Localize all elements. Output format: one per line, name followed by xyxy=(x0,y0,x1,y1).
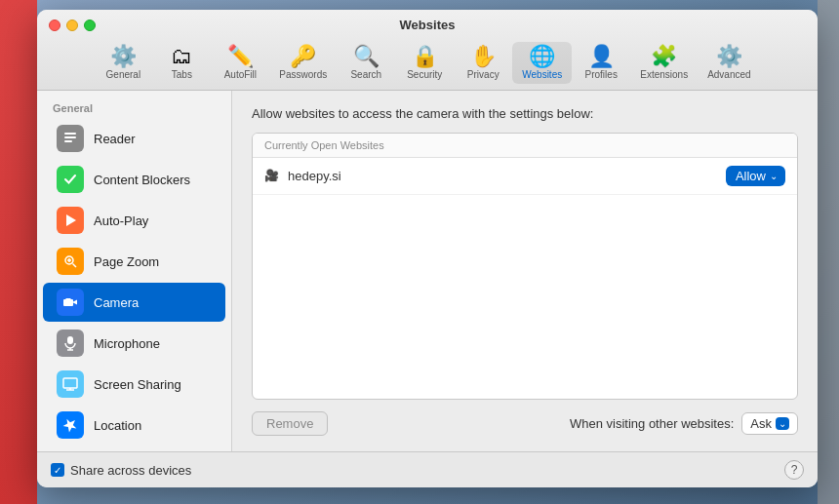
website-info: 🎥 hedepy.si xyxy=(264,169,341,184)
sidebar-item-content-blockers[interactable]: Content Blockers xyxy=(43,160,225,199)
sidebar-item-label-location: Location xyxy=(94,418,141,433)
toolbar-label-tabs: Tabs xyxy=(172,69,192,80)
search-icon: 🔍 xyxy=(353,46,380,67)
visiting-dropdown[interactable]: Ask ⌄ xyxy=(741,412,798,435)
toolbar-label-search: Search xyxy=(350,69,381,80)
sidebar-item-camera[interactable]: Camera xyxy=(43,283,225,322)
svg-rect-8 xyxy=(67,336,73,344)
toolbar-item-search[interactable]: 🔍 Search xyxy=(337,42,395,84)
content-description: Allow websites to access the camera with… xyxy=(252,106,798,121)
websites-icon: 🌐 xyxy=(529,46,555,67)
toolbar-item-websites[interactable]: 🌐 Websites xyxy=(512,42,572,84)
sidebar-item-microphone[interactable]: Microphone xyxy=(43,324,225,363)
svg-rect-11 xyxy=(63,378,77,388)
svg-rect-0 xyxy=(64,133,76,135)
svg-rect-1 xyxy=(64,136,76,138)
sidebar: General Reader Content Blockers Auto-Pla… xyxy=(37,91,232,451)
allow-dropdown[interactable]: Allow ⌄ xyxy=(726,166,785,186)
sidebar-item-auto-play[interactable]: Auto-Play xyxy=(43,201,225,240)
toolbar-item-general[interactable]: ⚙️ General xyxy=(94,42,152,84)
toolbar-item-privacy[interactable]: ✋ Privacy xyxy=(454,42,512,84)
visiting-dropdown-arrow: ⌄ xyxy=(776,417,789,430)
toolbar-label-extensions: Extensions xyxy=(640,69,688,80)
general-icon: ⚙️ xyxy=(110,46,137,67)
sidebar-item-screen-sharing[interactable]: Screen Sharing xyxy=(43,365,225,404)
extensions-icon: 🧩 xyxy=(651,46,677,67)
sidebar-item-label-content-blockers: Content Blockers xyxy=(94,173,190,187)
screen-sharing-icon xyxy=(57,370,84,398)
toolbar-item-tabs[interactable]: 🗂 Tabs xyxy=(152,42,211,84)
sidebar-item-label-reader: Reader xyxy=(94,132,136,146)
table-row: 🎥 hedepy.si Allow ⌄ xyxy=(253,158,797,195)
allow-label: Allow xyxy=(736,169,766,183)
privacy-icon: ✋ xyxy=(470,46,497,67)
close-button[interactable] xyxy=(49,19,60,31)
sidebar-section-header: General xyxy=(37,98,231,118)
sidebar-item-reader[interactable]: Reader xyxy=(43,119,225,158)
page-zoom-icon xyxy=(57,248,84,275)
sidebar-item-label-camera: Camera xyxy=(94,295,139,310)
websites-box: Currently Open Websites 🎥 hedepy.si Allo… xyxy=(252,133,798,400)
security-icon: 🔒 xyxy=(412,46,438,67)
main-content: General Reader Content Blockers Auto-Pla… xyxy=(37,91,818,451)
toolbar-label-general: General xyxy=(106,69,141,80)
toolbar-label-autofill: AutoFill xyxy=(224,69,257,80)
auto-play-icon xyxy=(57,207,84,234)
window-title: Websites xyxy=(400,18,456,32)
visiting-option: Ask xyxy=(750,416,772,431)
advanced-icon: ⚙️ xyxy=(716,46,742,67)
passwords-icon: 🔑 xyxy=(290,46,316,67)
toolbar-label-privacy: Privacy xyxy=(467,69,499,80)
toolbar-item-passwords[interactable]: 🔑 Passwords xyxy=(269,42,337,84)
help-button[interactable]: ? xyxy=(784,460,804,480)
toolbar-label-profiles: Profiles xyxy=(585,69,618,80)
toolbar-label-passwords: Passwords xyxy=(279,69,327,80)
share-label: Share across devices xyxy=(70,463,191,478)
toolbar-item-advanced[interactable]: ⚙️ Advanced xyxy=(698,42,760,84)
content-panel: Allow websites to access the camera with… xyxy=(232,91,818,451)
chevron-down-icon: ⌄ xyxy=(770,171,778,181)
toolbar-item-autofill[interactable]: ✏️ AutoFill xyxy=(211,42,269,84)
title-bar: Websites ⚙️ General 🗂 Tabs ✏️ AutoFill 🔑… xyxy=(37,10,818,91)
toolbar-item-extensions[interactable]: 🧩 Extensions xyxy=(630,42,698,84)
website-favicon-icon: 🎥 xyxy=(264,169,280,184)
remove-button[interactable]: Remove xyxy=(252,411,328,436)
toolbar-label-advanced: Advanced xyxy=(707,69,750,80)
preferences-window: Websites ⚙️ General 🗂 Tabs ✏️ AutoFill 🔑… xyxy=(37,10,818,487)
minimize-button[interactable] xyxy=(66,19,78,31)
visiting-control: When visiting other websites: Ask ⌄ xyxy=(570,412,798,435)
maximize-button[interactable] xyxy=(84,19,96,31)
traffic-lights xyxy=(49,19,96,31)
svg-marker-3 xyxy=(66,214,76,226)
sidebar-item-label-microphone: Microphone xyxy=(94,336,160,351)
visiting-label: When visiting other websites: xyxy=(570,416,734,431)
content-blockers-icon xyxy=(57,166,84,193)
toolbar-label-security: Security xyxy=(407,69,442,80)
websites-box-header: Currently Open Websites xyxy=(253,134,797,158)
website-url: hedepy.si xyxy=(288,169,341,183)
sidebar-item-label-screen-sharing: Screen Sharing xyxy=(94,377,181,392)
autofill-icon: ✏️ xyxy=(227,46,254,67)
profiles-icon: 👤 xyxy=(588,46,615,67)
location-icon xyxy=(57,411,84,439)
microphone-icon xyxy=(57,330,84,357)
bottom-controls: Remove When visiting other websites: Ask… xyxy=(252,411,798,436)
svg-line-5 xyxy=(73,264,77,268)
tabs-icon: 🗂 xyxy=(171,46,192,67)
footer: ✓ Share across devices ? xyxy=(37,451,818,487)
sidebar-item-label-auto-play: Auto-Play xyxy=(94,213,148,228)
toolbar-label-websites: Websites xyxy=(522,69,562,80)
toolbar-item-security[interactable]: 🔒 Security xyxy=(395,42,454,84)
svg-rect-2 xyxy=(64,140,72,142)
sidebar-item-location[interactable]: Location xyxy=(43,406,225,445)
toolbar-item-profiles[interactable]: 👤 Profiles xyxy=(572,42,630,84)
share-checkbox-row: ✓ Share across devices xyxy=(51,463,191,478)
toolbar: ⚙️ General 🗂 Tabs ✏️ AutoFill 🔑 Password… xyxy=(94,38,760,90)
camera-icon xyxy=(57,289,84,316)
reader-icon xyxy=(57,125,84,152)
sidebar-item-page-zoom[interactable]: Page Zoom xyxy=(43,242,225,281)
websites-list: 🎥 hedepy.si Allow ⌄ xyxy=(253,158,797,399)
sidebar-item-label-page-zoom: Page Zoom xyxy=(94,254,159,269)
share-checkbox[interactable]: ✓ xyxy=(51,463,64,477)
